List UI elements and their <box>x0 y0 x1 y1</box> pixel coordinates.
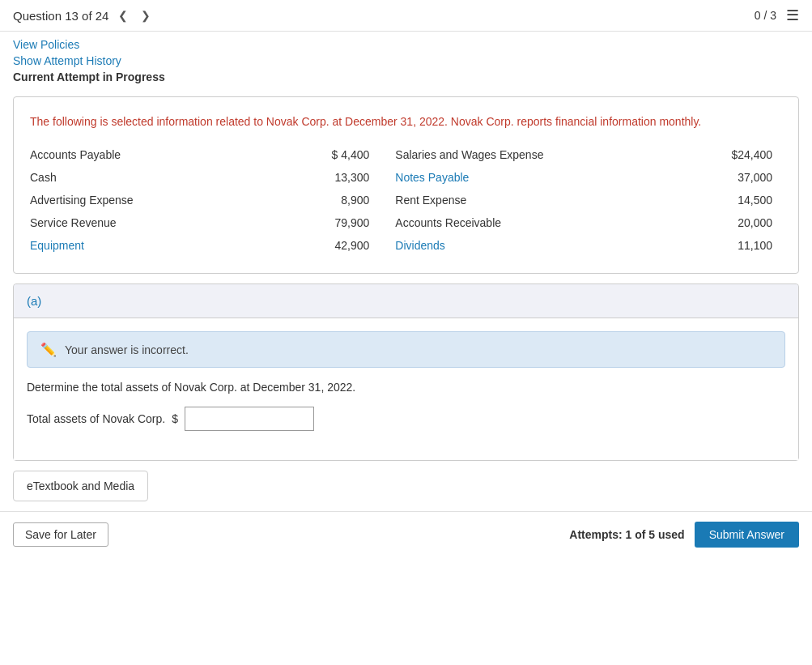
label-accounts-payable: Accounts Payable <box>30 143 272 166</box>
info-box: The following is selected information re… <box>13 96 799 274</box>
amount-notes-payable: 37,000 <box>674 166 782 189</box>
input-row: Total assets of Novak Corp. $ <box>27 407 785 431</box>
amount-cash: 13,300 <box>272 166 380 189</box>
amount-rent: 14,500 <box>674 189 782 211</box>
score-display: 0 / 3 <box>755 9 776 22</box>
show-attempt-history-link[interactable]: Show Attempt History <box>13 54 799 67</box>
save-later-button[interactable]: Save for Later <box>13 522 108 547</box>
menu-icon[interactable]: ☰ <box>786 6 799 24</box>
part-a-section: (a) ✏️ Your answer is incorrect. Determi… <box>13 283 799 461</box>
header-right: 0 / 3 ☰ <box>755 6 799 24</box>
attempts-text: Attempts: 1 of 5 used <box>569 528 684 541</box>
label-equipment: Equipment <box>30 234 272 257</box>
current-attempt-label: Current Attempt in Progress <box>13 70 799 83</box>
amount-advertising: 8,900 <box>272 189 380 211</box>
amount-accounts-receivable: 20,000 <box>674 211 782 234</box>
table-row: Advertising Expense 8,900 Rent Expense 1… <box>30 189 782 211</box>
input-label: Total assets of Novak Corp. <box>27 412 165 425</box>
page-header: Question 13 of 24 ❮ ❯ 0 / 3 ☰ <box>0 0 812 32</box>
pencil-icon: ✏️ <box>40 342 57 357</box>
incorrect-message: Your answer is incorrect. <box>65 343 189 356</box>
question-text-content: Determine the total assets of Novak Corp… <box>27 381 355 394</box>
part-a-label: (a) <box>27 294 41 308</box>
next-button[interactable]: ❯ <box>138 7 154 23</box>
info-text-content: The following is selected <box>30 115 156 128</box>
answer-input[interactable] <box>185 407 314 431</box>
label-dividends: Dividends <box>379 234 674 257</box>
label-accounts-receivable: Accounts Receivable <box>379 211 674 234</box>
footer-bar: Save for Later Attempts: 1 of 5 used Sub… <box>0 511 812 557</box>
question-text: Determine the total assets of Novak Corp… <box>27 381 785 394</box>
submit-answer-button[interactable]: Submit Answer <box>695 522 799 548</box>
save-later-label: Save for Later <box>25 528 96 541</box>
info-text-2: information related to Novak Corp. at De… <box>156 115 701 128</box>
label-service-revenue: Service Revenue <box>30 211 272 234</box>
etextbook-section: eTextbook and Media <box>13 471 799 501</box>
amount-service-revenue: 79,900 <box>272 211 380 234</box>
table-row: Service Revenue 79,900 Accounts Receivab… <box>30 211 782 234</box>
next-icon: ❯ <box>141 9 151 22</box>
amount-equipment: 42,900 <box>272 234 380 257</box>
info-text: The following is selected information re… <box>30 113 782 130</box>
label-rent: Rent Expense <box>379 189 674 211</box>
part-a-body: ✏️ Your answer is incorrect. Determine t… <box>14 318 798 460</box>
header-left: Question 13 of 24 ❮ ❯ <box>13 7 154 23</box>
amount-dividends: 11,100 <box>674 234 782 257</box>
label-advertising: Advertising Expense <box>30 189 272 211</box>
data-table: Accounts Payable $ 4,400 Salaries and Wa… <box>30 143 782 257</box>
incorrect-banner: ✏️ Your answer is incorrect. <box>27 331 785 368</box>
footer-right: Attempts: 1 of 5 used Submit Answer <box>569 522 799 548</box>
dollar-sign: $ <box>172 412 178 425</box>
prev-icon: ❮ <box>118 9 128 22</box>
amount-accounts-payable: $ 4,400 <box>272 143 380 166</box>
table-row: Accounts Payable $ 4,400 Salaries and Wa… <box>30 143 782 166</box>
submit-label: Submit Answer <box>709 528 784 541</box>
amount-salaries: $24,400 <box>674 143 782 166</box>
sub-header: View Policies Show Attempt History Curre… <box>0 32 812 87</box>
label-cash: Cash <box>30 166 272 189</box>
table-row: Equipment 42,900 Dividends 11,100 <box>30 234 782 257</box>
label-salaries: Salaries and Wages Expense <box>379 143 674 166</box>
label-notes-payable: Notes Payable <box>379 166 674 189</box>
etextbook-box: eTextbook and Media <box>13 471 148 501</box>
view-policies-link[interactable]: View Policies <box>13 38 799 51</box>
part-a-header: (a) <box>14 284 798 318</box>
table-row: Cash 13,300 Notes Payable 37,000 <box>30 166 782 189</box>
prev-button[interactable]: ❮ <box>115 7 131 23</box>
question-title: Question 13 of 24 <box>13 9 108 23</box>
etextbook-label: eTextbook and Media <box>27 480 134 492</box>
